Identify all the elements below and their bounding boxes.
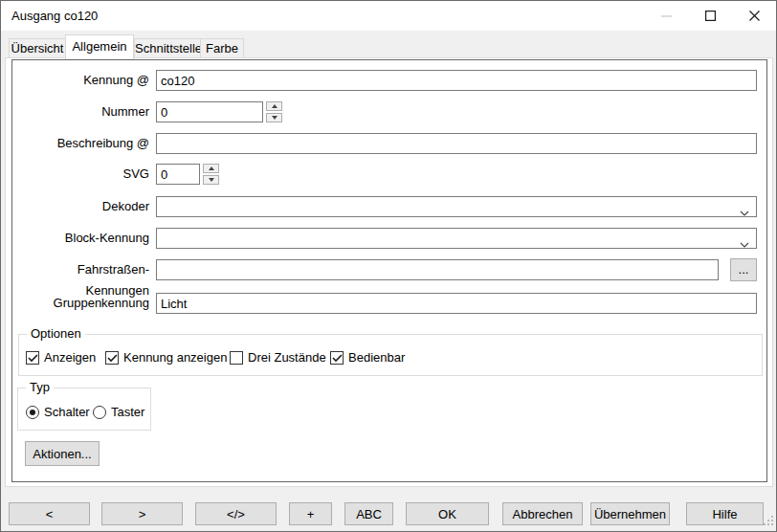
radio-icon <box>93 406 106 419</box>
checkbox-label: Anzeigen <box>44 350 96 365</box>
arrow-down-icon <box>209 178 214 182</box>
radio-icon <box>26 406 39 419</box>
combo-value <box>157 199 165 213</box>
svg-label: SVG <box>20 164 149 185</box>
radio-dot-icon <box>30 410 35 415</box>
nav-next-button[interactable]: > <box>101 502 183 525</box>
fahrstrassen-browse-button[interactable]: ... <box>730 258 757 281</box>
close-button[interactable] <box>732 1 776 31</box>
chevron-down-icon <box>740 205 749 219</box>
nummer-label: Nummer <box>20 101 149 122</box>
arrow-down-icon <box>272 116 278 120</box>
typ-groupbox-title: Typ <box>26 380 54 394</box>
chevron-down-icon <box>740 236 749 251</box>
block-kennung-label: Block-Kennung <box>20 228 149 249</box>
minimize-icon <box>661 11 672 21</box>
checkbox-label: Drei Zustände <box>248 350 326 365</box>
arrow-up-icon <box>209 166 214 170</box>
svg-spinner <box>203 164 219 185</box>
hilfe-button[interactable]: Hilfe <box>686 502 764 525</box>
spinner-up-button[interactable] <box>203 164 219 173</box>
tab-label: Allgemein <box>72 39 126 54</box>
combo-value <box>157 231 165 245</box>
maximize-button[interactable] <box>688 1 732 31</box>
checkbox-bedienbar[interactable]: Bedienbar <box>330 350 405 365</box>
checkbox-anzeigen[interactable]: Anzeigen <box>26 350 96 365</box>
titlebar[interactable]: Ausgang co120 <box>1 1 776 31</box>
tab-allgemein[interactable]: Allgemein <box>65 34 134 59</box>
spinner-down-button[interactable] <box>266 113 282 122</box>
aktionen-button[interactable]: Aktionen... <box>25 441 100 466</box>
radio-schalter[interactable]: Schalter <box>26 405 90 419</box>
typ-groupbox: Typ Schalter Taster <box>17 388 151 431</box>
checkbox-drei-zustaende[interactable]: Drei Zustände <box>230 350 326 365</box>
checkbox-icon <box>330 351 344 365</box>
beschreibung-field[interactable] <box>156 133 757 154</box>
radio-label: Schalter <box>44 405 90 419</box>
code-button[interactable]: </> <box>195 502 277 525</box>
tab-schnittstelle[interactable]: Schnittstelle <box>134 38 201 58</box>
minimize-button <box>644 1 688 31</box>
dekoder-combobox[interactable] <box>156 196 757 217</box>
kennung-field[interactable] <box>156 70 757 91</box>
close-icon <box>749 11 760 21</box>
nav-prev-button[interactable]: < <box>9 502 90 525</box>
checkbox-label: Bedienbar <box>348 350 405 365</box>
gruppenkennung-label: Gruppenkennung <box>20 293 149 314</box>
tab-label: Übersicht <box>11 41 64 55</box>
tab-uebersicht[interactable]: Übersicht <box>9 38 66 58</box>
window-controls <box>644 1 776 31</box>
fahrstrassen-field[interactable] <box>156 259 719 280</box>
spinner-up-button[interactable] <box>266 101 282 111</box>
checkbox-label: Kennung anzeigen <box>123 350 227 365</box>
checkbox-icon <box>230 351 243 365</box>
abbrechen-button[interactable]: Abbrechen <box>502 502 583 525</box>
maximize-icon <box>705 11 716 21</box>
gruppenkennung-field[interactable] <box>156 293 757 314</box>
checkbox-icon <box>105 351 119 365</box>
tab-label: Farbe <box>206 41 238 55</box>
tab-farbe[interactable]: Farbe <box>200 38 244 58</box>
dekoder-label: Dekoder <box>20 196 149 217</box>
nummer-field[interactable] <box>156 101 263 122</box>
tab-label: Schnittstelle <box>135 41 202 55</box>
abc-button[interactable]: ABC <box>344 502 393 525</box>
optionen-groupbox-title: Optionen <box>27 326 85 341</box>
checkbox-icon <box>26 351 39 365</box>
arrow-up-icon <box>272 104 278 108</box>
add-button[interactable]: + <box>289 502 332 525</box>
optionen-groupbox: Optionen Anzeigen Kennung anzeigen Drei … <box>18 334 763 376</box>
checkbox-kennung-anzeigen[interactable]: Kennung anzeigen <box>105 350 227 365</box>
spinner-down-button[interactable] <box>203 175 219 185</box>
block-kennung-combobox[interactable] <box>156 228 757 249</box>
kennung-label: Kennung @ <box>20 70 149 91</box>
radio-taster[interactable]: Taster <box>93 405 144 419</box>
beschreibung-label: Beschreibung @ <box>20 133 149 154</box>
resize-grip-icon[interactable] <box>764 515 774 529</box>
dialog-window: Ausgang co120 Übersicht Allgemein Schn <box>0 0 777 532</box>
window-title: Ausgang co120 <box>11 9 98 23</box>
nummer-spinner <box>266 101 282 122</box>
ok-button[interactable]: OK <box>406 502 489 525</box>
svg-field[interactable] <box>156 164 200 185</box>
radio-label: Taster <box>111 405 144 419</box>
uebernehmen-button[interactable]: Übernehmen <box>590 502 670 525</box>
